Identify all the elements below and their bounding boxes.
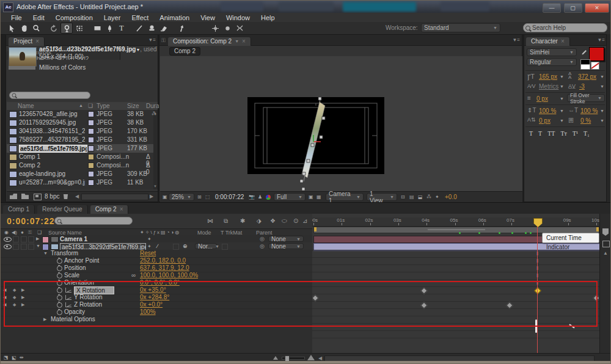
switch-box[interactable] xyxy=(173,244,179,250)
stroke-width-value[interactable]: 0 px xyxy=(536,95,548,102)
label-column-icon[interactable]: ❏ xyxy=(88,103,93,109)
layer-switch-box[interactable] xyxy=(21,236,27,242)
mini-flowchart-icon[interactable]: ▤ xyxy=(409,194,414,200)
world-axis-mode[interactable] xyxy=(222,23,233,33)
zoom-tool[interactable] xyxy=(31,23,42,33)
project-row[interactable]: 7589227...453278195_2.jpgJPEG331 KB xyxy=(7,136,153,144)
workspace-dropdown[interactable]: Standard▼ xyxy=(421,23,500,32)
label-color-chip[interactable] xyxy=(88,180,94,186)
hscroll-left-icon[interactable]: ◀ xyxy=(75,194,79,199)
work-area-start-handle[interactable] xyxy=(314,227,316,231)
3d-layer-switch-icon[interactable]: ⊕ xyxy=(183,243,188,249)
trkmat-box[interactable] xyxy=(222,244,228,250)
expand-inout-icon[interactable]: ⇹ xyxy=(20,355,24,360)
project-row[interactable]: 20117592925945.jpgJPEG38 KB xyxy=(7,118,153,127)
tab-close-icon[interactable]: × xyxy=(35,38,39,45)
panel-menu-icon[interactable]: ▼≡ xyxy=(148,37,156,43)
fast-previews-icon[interactable]: ✦ xyxy=(435,194,439,200)
stopwatch-icon[interactable] xyxy=(57,273,62,278)
faux-style-toggle[interactable]: T xyxy=(538,130,542,137)
region-of-interest-icon[interactable]: ▣ xyxy=(309,194,313,200)
tab-close-icon[interactable]: × xyxy=(120,206,123,213)
hscroll-left-icon[interactable]: ◀ xyxy=(318,355,322,361)
project-row[interactable]: ae51f3d...f5e1fe7f69.jpgJPEG177 KB xyxy=(7,144,153,153)
menu-help[interactable]: Help xyxy=(255,14,280,21)
draft3d-icon[interactable]: ⬓ xyxy=(418,194,423,200)
project-row[interactable]: Comp 2Composi...nΔ 0 xyxy=(7,161,153,170)
project-row-name[interactable]: 20117592925945.jpg xyxy=(19,119,76,126)
stroke-mode-dropdown[interactable]: Fill Over Stroke▼ xyxy=(567,94,605,102)
composition-mini-flowchart-icon[interactable]: ⋈ xyxy=(207,217,213,224)
exposure-value[interactable]: +0.0 xyxy=(445,194,457,200)
collapse-switch-icon[interactable]: ✦ xyxy=(147,236,152,242)
rotation-tool[interactable] xyxy=(48,23,59,33)
comp-viewer[interactable] xyxy=(160,56,522,191)
chevron-down-icon[interactable]: ▼ xyxy=(600,84,604,89)
quality-switch-icon[interactable]: ∕ xyxy=(157,243,158,249)
chevron-down-icon[interactable]: ▼ xyxy=(600,118,604,123)
label-color-chip[interactable] xyxy=(88,154,94,160)
graph-scroll-strip[interactable]: ▲ xyxy=(599,214,611,353)
hscroll-right-icon[interactable]: ▶ xyxy=(150,194,153,199)
leading-value[interactable]: 372 px xyxy=(578,73,596,80)
menu-file[interactable]: File xyxy=(5,14,27,21)
tab-composition[interactable]: Composition: Comp 2 ▼ × xyxy=(168,37,251,46)
comp-current-time[interactable]: 0:00:07:22 xyxy=(215,194,244,200)
chevron-down-icon[interactable]: ▼ xyxy=(235,39,239,43)
flowchart-icon[interactable]: ⁂ xyxy=(152,111,156,117)
horizontal-scale-value[interactable]: 100 % xyxy=(580,107,598,114)
maximize-button[interactable]: ▢ xyxy=(564,3,582,13)
property-label[interactable]: Anchor Point xyxy=(64,257,99,264)
column-type[interactable]: Type xyxy=(97,103,110,109)
parent-dropdown[interactable]: None▼ xyxy=(268,243,304,249)
new-composition-icon[interactable] xyxy=(34,194,42,200)
transparency-grid-icon[interactable]: ▦ xyxy=(316,194,321,200)
font-family-dropdown[interactable]: SimHei▼ xyxy=(527,48,577,56)
timeline-tab-comp-2[interactable]: Comp 2× xyxy=(90,205,129,214)
project-search-box[interactable] xyxy=(9,92,90,99)
property-label[interactable]: Position xyxy=(64,264,86,271)
eyedropper-icon[interactable] xyxy=(580,48,587,56)
view-layout-dropdown[interactable]: 1 View▼ xyxy=(367,193,397,201)
column-size[interactable]: Size xyxy=(127,103,139,109)
layer-switch-box[interactable] xyxy=(28,236,34,242)
layer-3d-plane[interactable] xyxy=(247,85,384,192)
link-icon[interactable]: ∞ xyxy=(131,272,136,278)
project-row-name[interactable]: Comp 2 xyxy=(19,162,40,169)
property-value[interactable]: 252.0, 182.0, 0.0 xyxy=(140,257,186,264)
layer-switch-box[interactable] xyxy=(13,244,19,250)
label-color-chip[interactable] xyxy=(88,162,94,169)
fill-color-swatch[interactable] xyxy=(589,47,604,61)
tsume-value[interactable]: 0 % xyxy=(580,117,591,124)
pickwhip-icon[interactable]: ◎ xyxy=(260,243,265,249)
expand-modes-icon[interactable]: ⬕ xyxy=(12,355,16,360)
project-row[interactable]: 3041938...345476151_2.jpgJPEG170 KB xyxy=(7,127,153,136)
layer-expander-icon[interactable]: ▶ xyxy=(36,236,39,241)
pan-behind-tool[interactable] xyxy=(74,23,85,33)
kerning-value[interactable]: Metrics xyxy=(539,83,558,90)
label-color-chip[interactable] xyxy=(88,171,94,177)
scroll-down-icon[interactable]: ▼ xyxy=(153,184,157,188)
project-row-name[interactable]: u=25287...m=90&gp=0.jpg xyxy=(19,179,85,186)
hand-tool[interactable] xyxy=(18,23,29,33)
project-row-name[interactable]: ae51f3d...f5e1fe7f69.jpg xyxy=(19,145,87,153)
bit-depth-label[interactable]: 8 bpc xyxy=(45,193,59,200)
puppet-pin-tool[interactable] xyxy=(176,23,187,33)
timeline-search-box[interactable] xyxy=(54,217,133,225)
property-value[interactable]: 100.0, 100.0, 100.0% xyxy=(140,272,198,278)
menu-edit[interactable]: Edit xyxy=(27,14,50,21)
comp-breadcrumb[interactable]: Comp 2 xyxy=(169,47,200,56)
draft-3d-icon[interactable]: ⧉ xyxy=(224,217,228,225)
timeline-tab-render-queue[interactable]: Render Queue xyxy=(37,205,88,214)
work-area-end-handle[interactable] xyxy=(596,227,599,231)
clone-stamp-tool[interactable] xyxy=(146,23,157,33)
project-row[interactable]: 1236570428_afile.jpgJPEG38 KB xyxy=(7,110,153,118)
tab-character[interactable]: Character × xyxy=(526,37,570,46)
graph-editor-icon[interactable]: ⊿ xyxy=(302,217,307,224)
show-snapshot-icon[interactable]: ♟ xyxy=(258,194,262,200)
stopwatch-icon[interactable] xyxy=(57,266,62,271)
selection-tool[interactable] xyxy=(6,23,17,33)
layer-switch-box[interactable] xyxy=(21,244,27,250)
local-axis-mode[interactable] xyxy=(210,23,221,33)
blend-mode-dropdown[interactable]: Nor...▼ xyxy=(195,243,217,249)
